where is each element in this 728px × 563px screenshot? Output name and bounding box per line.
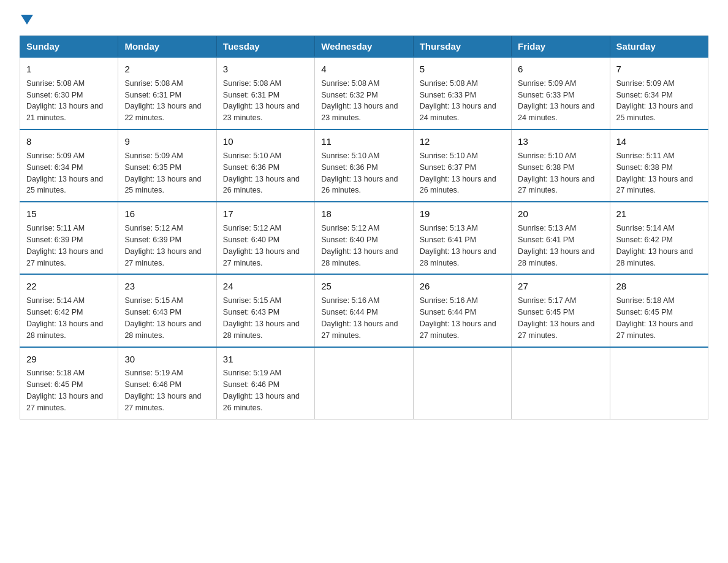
day-number: 31: [223, 353, 308, 366]
calendar-cell: 22Sunrise: 5:14 AMSunset: 6:42 PMDayligh…: [20, 274, 118, 347]
day-number: 18: [321, 207, 406, 221]
page-header: [20, 15, 708, 26]
calendar-cell: 14Sunrise: 5:11 AMSunset: 6:38 PMDayligh…: [610, 129, 708, 202]
day-number: 28: [616, 280, 702, 293]
day-number: 20: [518, 207, 603, 221]
calendar-cell: 11Sunrise: 5:10 AMSunset: 6:36 PMDayligh…: [315, 129, 413, 202]
calendar-cell: [610, 347, 708, 419]
day-number: 1: [26, 63, 112, 76]
day-number: 26: [420, 280, 505, 293]
calendar-week-row: 22Sunrise: 5:14 AMSunset: 6:42 PMDayligh…: [20, 274, 708, 347]
day-number: 19: [420, 207, 505, 221]
calendar-cell: 18Sunrise: 5:12 AMSunset: 6:40 PMDayligh…: [315, 202, 413, 274]
calendar-cell: 25Sunrise: 5:16 AMSunset: 6:44 PMDayligh…: [315, 274, 413, 347]
day-number: 11: [321, 135, 406, 148]
calendar-cell: 26Sunrise: 5:16 AMSunset: 6:44 PMDayligh…: [413, 274, 511, 347]
day-info: Sunrise: 5:10 AMSunset: 6:36 PMDaylight:…: [223, 151, 300, 195]
day-number: 13: [518, 135, 603, 148]
day-info: Sunrise: 5:12 AMSunset: 6:40 PMDaylight:…: [321, 224, 398, 267]
calendar-cell: 19Sunrise: 5:13 AMSunset: 6:41 PMDayligh…: [413, 202, 511, 274]
calendar-cell: 10Sunrise: 5:10 AMSunset: 6:36 PMDayligh…: [216, 129, 314, 202]
day-number: 3: [223, 63, 308, 76]
day-number: 30: [124, 353, 210, 366]
day-info: Sunrise: 5:14 AMSunset: 6:42 PMDaylight:…: [26, 296, 103, 340]
day-number: 8: [26, 135, 112, 148]
day-number: 6: [518, 63, 603, 76]
day-info: Sunrise: 5:17 AMSunset: 6:45 PMDaylight:…: [518, 296, 594, 340]
day-number: 14: [616, 135, 702, 148]
calendar-cell: 12Sunrise: 5:10 AMSunset: 6:37 PMDayligh…: [413, 129, 511, 202]
logo-triangle-icon: [21, 15, 33, 25]
calendar-week-row: 1Sunrise: 5:08 AMSunset: 6:30 PMDaylight…: [20, 57, 708, 129]
day-info: Sunrise: 5:16 AMSunset: 6:44 PMDaylight:…: [321, 296, 398, 340]
day-number: 10: [223, 135, 308, 148]
calendar-cell: 4Sunrise: 5:08 AMSunset: 6:32 PMDaylight…: [315, 57, 413, 129]
calendar-dow-monday: Monday: [118, 36, 216, 58]
day-info: Sunrise: 5:08 AMSunset: 6:31 PMDaylight:…: [124, 79, 201, 123]
calendar-cell: 15Sunrise: 5:11 AMSunset: 6:39 PMDayligh…: [20, 202, 118, 274]
day-number: 23: [124, 280, 210, 293]
calendar-cell: 9Sunrise: 5:09 AMSunset: 6:35 PMDaylight…: [118, 129, 216, 202]
calendar-dow-sunday: Sunday: [20, 36, 118, 58]
calendar-cell: 2Sunrise: 5:08 AMSunset: 6:31 PMDaylight…: [118, 57, 216, 129]
day-info: Sunrise: 5:19 AMSunset: 6:46 PMDaylight:…: [223, 369, 300, 412]
calendar-cell: 3Sunrise: 5:08 AMSunset: 6:31 PMDaylight…: [216, 57, 314, 129]
day-info: Sunrise: 5:09 AMSunset: 6:34 PMDaylight:…: [26, 151, 103, 195]
day-info: Sunrise: 5:08 AMSunset: 6:32 PMDaylight:…: [321, 79, 398, 123]
day-info: Sunrise: 5:12 AMSunset: 6:40 PMDaylight:…: [223, 224, 300, 267]
day-info: Sunrise: 5:16 AMSunset: 6:44 PMDaylight:…: [420, 296, 496, 340]
calendar-cell: 7Sunrise: 5:09 AMSunset: 6:34 PMDaylight…: [610, 57, 708, 129]
calendar-cell: 21Sunrise: 5:14 AMSunset: 6:42 PMDayligh…: [610, 202, 708, 274]
calendar-dow-friday: Friday: [512, 36, 610, 58]
day-info: Sunrise: 5:13 AMSunset: 6:41 PMDaylight:…: [420, 224, 496, 267]
calendar-cell: 23Sunrise: 5:15 AMSunset: 6:43 PMDayligh…: [118, 274, 216, 347]
day-info: Sunrise: 5:15 AMSunset: 6:43 PMDaylight:…: [223, 296, 300, 340]
day-number: 29: [26, 353, 112, 366]
day-number: 5: [420, 63, 505, 76]
calendar-cell: [413, 347, 511, 419]
calendar-table: SundayMondayTuesdayWednesdayThursdayFrid…: [20, 36, 708, 419]
calendar-cell: 24Sunrise: 5:15 AMSunset: 6:43 PMDayligh…: [216, 274, 314, 347]
day-info: Sunrise: 5:11 AMSunset: 6:38 PMDaylight:…: [616, 151, 693, 195]
day-info: Sunrise: 5:19 AMSunset: 6:46 PMDaylight:…: [124, 369, 201, 412]
day-info: Sunrise: 5:10 AMSunset: 6:37 PMDaylight:…: [420, 151, 496, 195]
calendar-cell: [315, 347, 413, 419]
calendar-cell: 16Sunrise: 5:12 AMSunset: 6:39 PMDayligh…: [118, 202, 216, 274]
calendar-cell: 17Sunrise: 5:12 AMSunset: 6:40 PMDayligh…: [216, 202, 314, 274]
day-number: 7: [616, 63, 702, 76]
day-info: Sunrise: 5:10 AMSunset: 6:36 PMDaylight:…: [321, 151, 398, 195]
day-info: Sunrise: 5:15 AMSunset: 6:43 PMDaylight:…: [124, 296, 201, 340]
day-number: 25: [321, 280, 406, 293]
calendar-header-row: SundayMondayTuesdayWednesdayThursdayFrid…: [20, 36, 708, 58]
day-info: Sunrise: 5:09 AMSunset: 6:33 PMDaylight:…: [518, 79, 594, 123]
day-info: Sunrise: 5:12 AMSunset: 6:39 PMDaylight:…: [124, 224, 201, 267]
calendar-dow-thursday: Thursday: [413, 36, 511, 58]
day-info: Sunrise: 5:09 AMSunset: 6:34 PMDaylight:…: [616, 79, 693, 123]
day-number: 22: [26, 280, 112, 293]
calendar-week-row: 29Sunrise: 5:18 AMSunset: 6:45 PMDayligh…: [20, 347, 708, 419]
day-number: 24: [223, 280, 308, 293]
day-number: 21: [616, 207, 702, 221]
day-info: Sunrise: 5:13 AMSunset: 6:41 PMDaylight:…: [518, 224, 594, 267]
day-info: Sunrise: 5:08 AMSunset: 6:30 PMDaylight:…: [26, 79, 103, 123]
calendar-cell: 31Sunrise: 5:19 AMSunset: 6:46 PMDayligh…: [216, 347, 314, 419]
day-info: Sunrise: 5:08 AMSunset: 6:31 PMDaylight:…: [223, 79, 300, 123]
day-info: Sunrise: 5:09 AMSunset: 6:35 PMDaylight:…: [124, 151, 201, 195]
day-number: 16: [124, 207, 210, 221]
calendar-week-row: 15Sunrise: 5:11 AMSunset: 6:39 PMDayligh…: [20, 202, 708, 274]
day-info: Sunrise: 5:08 AMSunset: 6:33 PMDaylight:…: [420, 79, 496, 123]
calendar-dow-wednesday: Wednesday: [315, 36, 413, 58]
calendar-cell: 8Sunrise: 5:09 AMSunset: 6:34 PMDaylight…: [20, 129, 118, 202]
day-number: 2: [124, 63, 210, 76]
calendar-cell: 6Sunrise: 5:09 AMSunset: 6:33 PMDaylight…: [512, 57, 610, 129]
day-info: Sunrise: 5:10 AMSunset: 6:38 PMDaylight:…: [518, 151, 594, 195]
day-number: 15: [26, 207, 112, 221]
day-info: Sunrise: 5:14 AMSunset: 6:42 PMDaylight:…: [616, 224, 693, 267]
day-number: 9: [124, 135, 210, 148]
day-number: 17: [223, 207, 308, 221]
calendar-dow-tuesday: Tuesday: [216, 36, 314, 58]
calendar-cell: 5Sunrise: 5:08 AMSunset: 6:33 PMDaylight…: [413, 57, 511, 129]
calendar-cell: 30Sunrise: 5:19 AMSunset: 6:46 PMDayligh…: [118, 347, 216, 419]
calendar-cell: 28Sunrise: 5:18 AMSunset: 6:45 PMDayligh…: [610, 274, 708, 347]
calendar-dow-saturday: Saturday: [610, 36, 708, 58]
